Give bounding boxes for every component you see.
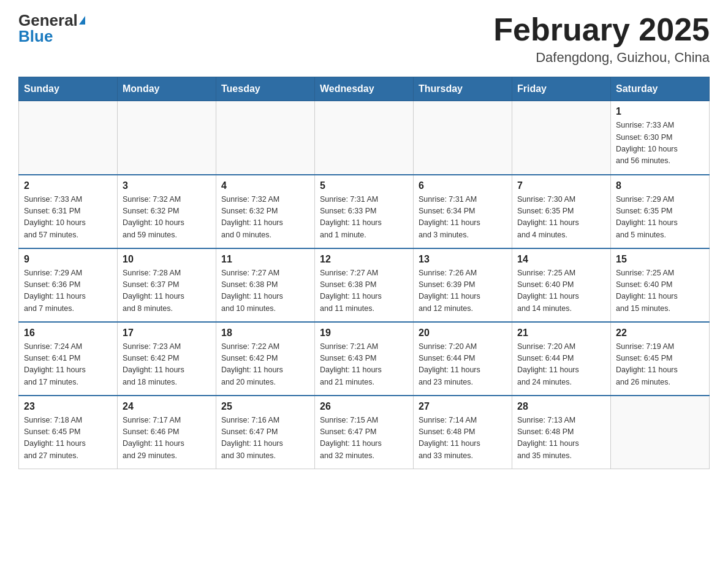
calendar-cell: 23Sunrise: 7:18 AMSunset: 6:45 PMDayligh… <box>19 396 118 469</box>
logo-triangle-icon <box>79 16 85 25</box>
calendar-cell: 2Sunrise: 7:33 AMSunset: 6:31 PMDaylight… <box>19 175 118 248</box>
day-number: 23 <box>24 401 112 412</box>
day-number: 25 <box>221 401 309 412</box>
calendar-cell <box>611 396 710 469</box>
calendar-cell <box>512 101 611 175</box>
day-info: Sunrise: 7:32 AMSunset: 6:32 PMDaylight:… <box>221 194 309 242</box>
calendar-cell: 13Sunrise: 7:26 AMSunset: 6:39 PMDayligh… <box>414 248 512 322</box>
calendar-cell: 8Sunrise: 7:29 AMSunset: 6:35 PMDaylight… <box>611 175 710 248</box>
day-number: 12 <box>320 254 408 265</box>
day-number: 5 <box>320 180 408 191</box>
calendar-cell: 25Sunrise: 7:16 AMSunset: 6:47 PMDayligh… <box>216 396 315 469</box>
day-number: 26 <box>320 401 408 412</box>
calendar-table: SundayMondayTuesdayWednesdayThursdayFrid… <box>18 77 710 469</box>
day-number: 18 <box>221 327 309 339</box>
day-info: Sunrise: 7:33 AMSunset: 6:31 PMDaylight:… <box>24 194 112 242</box>
calendar-cell: 17Sunrise: 7:23 AMSunset: 6:42 PMDayligh… <box>118 322 216 396</box>
calendar-title: February 2025 <box>493 12 710 47</box>
day-info: Sunrise: 7:31 AMSunset: 6:34 PMDaylight:… <box>419 194 507 242</box>
calendar-cell: 1Sunrise: 7:33 AMSunset: 6:30 PMDaylight… <box>611 101 710 175</box>
day-info: Sunrise: 7:15 AMSunset: 6:47 PMDaylight:… <box>320 415 408 462</box>
calendar-cell <box>216 101 315 175</box>
calendar-cell: 3Sunrise: 7:32 AMSunset: 6:32 PMDaylight… <box>118 175 216 248</box>
calendar-cell: 12Sunrise: 7:27 AMSunset: 6:38 PMDayligh… <box>315 248 414 322</box>
calendar-cell: 18Sunrise: 7:22 AMSunset: 6:42 PMDayligh… <box>216 322 315 396</box>
day-info: Sunrise: 7:27 AMSunset: 6:38 PMDaylight:… <box>320 267 408 315</box>
calendar-cell: 21Sunrise: 7:20 AMSunset: 6:44 PMDayligh… <box>512 322 611 396</box>
column-header-monday: Monday <box>118 77 216 101</box>
day-info: Sunrise: 7:14 AMSunset: 6:48 PMDaylight:… <box>419 415 507 462</box>
day-info: Sunrise: 7:22 AMSunset: 6:42 PMDaylight:… <box>221 341 309 389</box>
column-header-sunday: Sunday <box>19 77 118 101</box>
calendar-cell: 14Sunrise: 7:25 AMSunset: 6:40 PMDayligh… <box>512 248 611 322</box>
calendar-cell: 26Sunrise: 7:15 AMSunset: 6:47 PMDayligh… <box>315 396 414 469</box>
day-info: Sunrise: 7:21 AMSunset: 6:43 PMDaylight:… <box>320 341 408 389</box>
calendar-subtitle: Dafengdong, Guizhou, China <box>493 50 710 66</box>
day-number: 1 <box>616 106 704 117</box>
column-header-saturday: Saturday <box>611 77 710 101</box>
day-info: Sunrise: 7:28 AMSunset: 6:37 PMDaylight:… <box>123 267 211 315</box>
column-header-friday: Friday <box>512 77 611 101</box>
calendar-cell: 15Sunrise: 7:25 AMSunset: 6:40 PMDayligh… <box>611 248 710 322</box>
day-number: 3 <box>123 180 211 191</box>
calendar-cell: 24Sunrise: 7:17 AMSunset: 6:46 PMDayligh… <box>118 396 216 469</box>
logo: General Blue <box>18 12 85 44</box>
day-number: 10 <box>123 254 211 265</box>
day-number: 14 <box>517 254 605 265</box>
day-info: Sunrise: 7:25 AMSunset: 6:40 PMDaylight:… <box>517 267 605 315</box>
calendar-cell: 19Sunrise: 7:21 AMSunset: 6:43 PMDayligh… <box>315 322 414 396</box>
calendar-cell: 27Sunrise: 7:14 AMSunset: 6:48 PMDayligh… <box>414 396 512 469</box>
calendar-cell <box>19 101 118 175</box>
calendar-cell: 4Sunrise: 7:32 AMSunset: 6:32 PMDaylight… <box>216 175 315 248</box>
calendar-cell <box>315 101 414 175</box>
day-info: Sunrise: 7:27 AMSunset: 6:38 PMDaylight:… <box>221 267 309 315</box>
calendar-cell: 11Sunrise: 7:27 AMSunset: 6:38 PMDayligh… <box>216 248 315 322</box>
page-header: General Blue February 2025 Dafengdong, G… <box>18 12 710 66</box>
day-info: Sunrise: 7:26 AMSunset: 6:39 PMDaylight:… <box>419 267 507 315</box>
calendar-week-row: 23Sunrise: 7:18 AMSunset: 6:45 PMDayligh… <box>19 396 710 469</box>
logo-blue-text: Blue <box>18 28 53 44</box>
day-number: 9 <box>24 254 112 265</box>
day-number: 15 <box>616 254 704 265</box>
day-info: Sunrise: 7:24 AMSunset: 6:41 PMDaylight:… <box>24 341 112 389</box>
column-header-tuesday: Tuesday <box>216 77 315 101</box>
day-number: 7 <box>517 180 605 191</box>
day-number: 4 <box>221 180 309 191</box>
day-number: 22 <box>616 327 704 339</box>
calendar-week-row: 16Sunrise: 7:24 AMSunset: 6:41 PMDayligh… <box>19 322 710 396</box>
day-number: 11 <box>221 254 309 265</box>
calendar-cell: 9Sunrise: 7:29 AMSunset: 6:36 PMDaylight… <box>19 248 118 322</box>
day-info: Sunrise: 7:16 AMSunset: 6:47 PMDaylight:… <box>221 415 309 462</box>
day-info: Sunrise: 7:19 AMSunset: 6:45 PMDaylight:… <box>616 341 704 389</box>
title-block: February 2025 Dafengdong, Guizhou, China <box>493 12 710 66</box>
calendar-week-row: 2Sunrise: 7:33 AMSunset: 6:31 PMDaylight… <box>19 175 710 248</box>
day-info: Sunrise: 7:29 AMSunset: 6:35 PMDaylight:… <box>616 194 704 242</box>
calendar-cell: 5Sunrise: 7:31 AMSunset: 6:33 PMDaylight… <box>315 175 414 248</box>
day-number: 13 <box>419 254 507 265</box>
day-info: Sunrise: 7:13 AMSunset: 6:48 PMDaylight:… <box>517 415 605 462</box>
day-info: Sunrise: 7:20 AMSunset: 6:44 PMDaylight:… <box>419 341 507 389</box>
day-info: Sunrise: 7:29 AMSunset: 6:36 PMDaylight:… <box>24 267 112 315</box>
calendar-cell <box>414 101 512 175</box>
calendar-cell: 7Sunrise: 7:30 AMSunset: 6:35 PMDaylight… <box>512 175 611 248</box>
day-info: Sunrise: 7:20 AMSunset: 6:44 PMDaylight:… <box>517 341 605 389</box>
day-info: Sunrise: 7:18 AMSunset: 6:45 PMDaylight:… <box>24 415 112 462</box>
day-number: 28 <box>517 401 605 412</box>
calendar-cell: 28Sunrise: 7:13 AMSunset: 6:48 PMDayligh… <box>512 396 611 469</box>
calendar-cell: 6Sunrise: 7:31 AMSunset: 6:34 PMDaylight… <box>414 175 512 248</box>
logo-general-text: General <box>18 12 78 28</box>
day-number: 16 <box>24 327 112 339</box>
calendar-cell: 10Sunrise: 7:28 AMSunset: 6:37 PMDayligh… <box>118 248 216 322</box>
day-number: 24 <box>123 401 211 412</box>
day-number: 2 <box>24 180 112 191</box>
day-info: Sunrise: 7:25 AMSunset: 6:40 PMDaylight:… <box>616 267 704 315</box>
day-info: Sunrise: 7:17 AMSunset: 6:46 PMDaylight:… <box>123 415 211 462</box>
day-info: Sunrise: 7:31 AMSunset: 6:33 PMDaylight:… <box>320 194 408 242</box>
day-info: Sunrise: 7:32 AMSunset: 6:32 PMDaylight:… <box>123 194 211 242</box>
day-number: 8 <box>616 180 704 191</box>
calendar-week-row: 1Sunrise: 7:33 AMSunset: 6:30 PMDaylight… <box>19 101 710 175</box>
day-info: Sunrise: 7:33 AMSunset: 6:30 PMDaylight:… <box>616 120 704 167</box>
day-number: 17 <box>123 327 211 339</box>
day-number: 20 <box>419 327 507 339</box>
calendar-cell: 16Sunrise: 7:24 AMSunset: 6:41 PMDayligh… <box>19 322 118 396</box>
